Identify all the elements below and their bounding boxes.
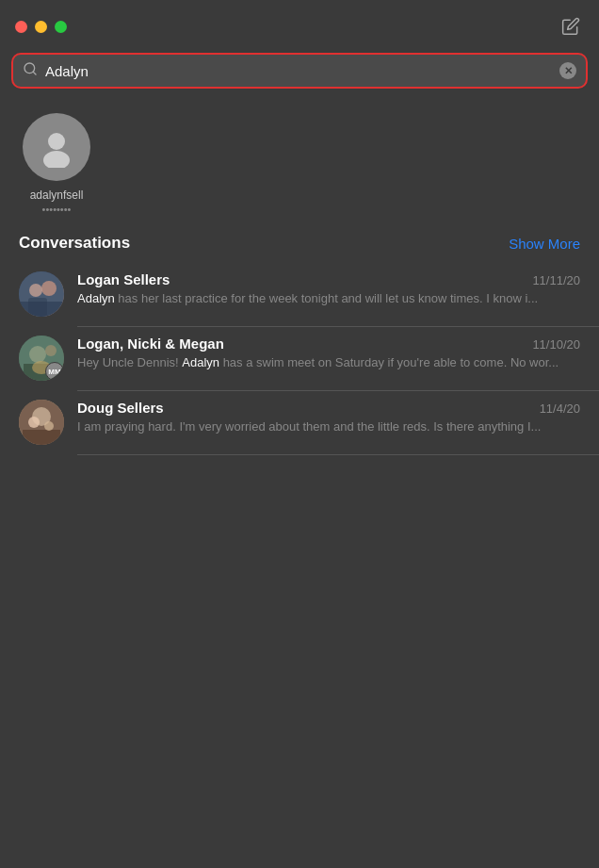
avatar-badge: MM	[45, 362, 64, 381]
svg-point-5	[41, 281, 57, 296]
list-item[interactable]: MM Logan, Nicki & Megan 11/10/20 Hey Unc…	[0, 326, 599, 390]
conversation-top-row: Logan, Nicki & Megan 11/10/20	[77, 336, 580, 352]
conversations-label: Conversations	[19, 234, 130, 253]
list-item[interactable]: Logan Sellers 11/11/20 Adalyn has her la…	[0, 262, 599, 326]
conversation-top-row: Doug Sellers 11/4/20	[77, 400, 580, 416]
conversation-preview: Adalyn has her last practice for the wee…	[77, 290, 580, 307]
svg-rect-8	[19, 302, 64, 317]
svg-point-2	[48, 133, 65, 150]
contact-avatar-wrap[interactable]: adalynfsell ••••••••	[19, 113, 94, 215]
traffic-lights	[15, 21, 67, 33]
svg-line-1	[33, 72, 36, 74]
avatar	[19, 271, 64, 317]
conversation-name: Logan Sellers	[77, 271, 170, 287]
contact-result: adalynfsell ••••••••	[0, 104, 599, 230]
minimize-button[interactable]	[35, 21, 47, 33]
list-item[interactable]: Doug Sellers 11/4/20 I am praying hard. …	[0, 390, 599, 454]
svg-point-3	[43, 151, 70, 168]
search-bar: ✕	[11, 53, 588, 89]
search-icon	[23, 61, 38, 80]
contact-subtext: ••••••••	[42, 204, 72, 215]
close-button[interactable]	[15, 21, 27, 33]
show-more-button[interactable]: Show More	[509, 236, 580, 252]
svg-point-18	[44, 421, 54, 431]
svg-point-12	[45, 345, 57, 356]
conversation-content: Doug Sellers 11/4/20 I am praying hard. …	[77, 400, 580, 435]
conversation-content: Logan Sellers 11/11/20 Adalyn has her la…	[77, 271, 580, 307]
highlight-text: Adalyn	[182, 355, 219, 369]
contact-avatar	[23, 113, 90, 181]
search-input[interactable]	[45, 63, 559, 79]
contact-username: adalynfsell	[30, 188, 84, 202]
conversation-date: 11/10/20	[532, 337, 580, 352]
svg-rect-16	[23, 430, 60, 445]
compose-button[interactable]	[558, 13, 584, 40]
clear-icon: ✕	[564, 66, 573, 76]
svg-point-10	[29, 346, 46, 363]
titlebar	[0, 0, 599, 49]
conversations-header: Conversations Show More	[0, 230, 599, 262]
conversation-list: Logan Sellers 11/11/20 Adalyn has her la…	[0, 262, 599, 454]
conversation-name: Logan, Nicki & Megan	[77, 336, 224, 352]
svg-point-17	[28, 417, 40, 428]
fullscreen-button[interactable]	[55, 21, 67, 33]
avatar	[19, 400, 64, 445]
highlight-text: Adalyn	[77, 291, 115, 305]
search-clear-button[interactable]: ✕	[559, 62, 576, 79]
conversation-date: 11/4/20	[540, 401, 580, 416]
avatar-image	[19, 271, 64, 317]
conversation-preview: Hey Uncle Dennis! Adalyn has a swim meet…	[77, 354, 580, 371]
conversation-content: Logan, Nicki & Megan 11/10/20 Hey Uncle …	[77, 336, 580, 371]
conversation-top-row: Logan Sellers 11/11/20	[77, 271, 580, 287]
conversation-name: Doug Sellers	[77, 400, 164, 416]
person-icon	[36, 126, 77, 168]
conversation-date: 11/11/20	[532, 273, 580, 287]
svg-point-7	[29, 284, 42, 297]
avatar-image	[19, 400, 64, 445]
avatar: MM	[19, 336, 64, 381]
conversation-preview: I am praying hard. I'm very worried abou…	[77, 418, 580, 435]
